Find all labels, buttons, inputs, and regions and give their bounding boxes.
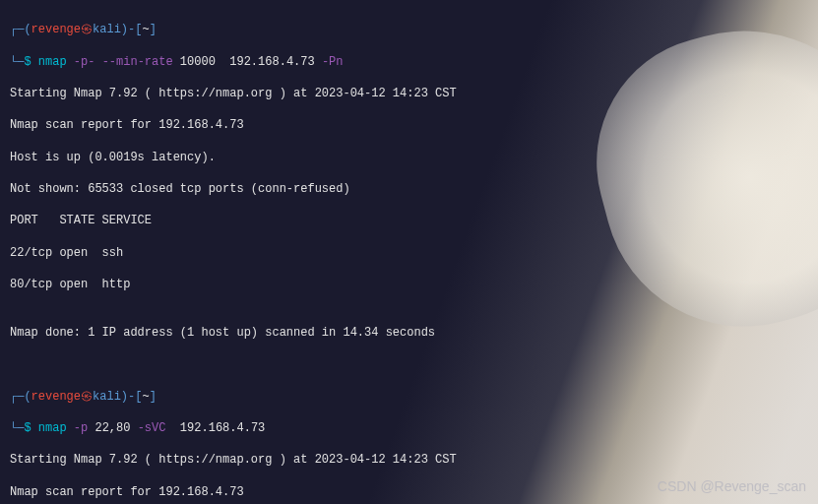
- prompt-prefix: └─: [10, 54, 24, 70]
- prompt-user: revenge: [31, 22, 81, 37]
- flag-pn: -Pn: [315, 54, 344, 70]
- prompt-close: )-[: [121, 389, 143, 405]
- cmd-nmap: nmap: [38, 420, 67, 436]
- output-port: 80/tcp open http: [10, 277, 808, 292]
- prompt-bracket: ┌─(: [10, 389, 31, 405]
- prompt-close: )-[: [121, 22, 143, 37]
- output-done: Nmap done: 1 IP address (1 host up) scan…: [10, 325, 808, 341]
- arg-rate-target: 10000 192.168.4.73: [173, 54, 315, 70]
- prompt-dollar: $: [24, 54, 37, 70]
- arg-target: 192.168.4.73: [165, 420, 265, 436]
- command-line-1[interactable]: └─$ nmap -p- --min-rate 10000 192.168.4.…: [10, 54, 808, 70]
- output-line: Host is up (0.0019s latency).: [10, 150, 808, 165]
- arg-ports: 22,80: [88, 420, 130, 436]
- prompt-end: ]: [150, 389, 157, 405]
- prompt-end: ]: [150, 22, 157, 37]
- command-line-2[interactable]: └─$ nmap -p 22,80 -sVC 192.168.4.73: [10, 420, 808, 436]
- output-line: Starting Nmap 7.92 ( https://nmap.org ) …: [10, 86, 808, 101]
- terminal-output: ┌─(revenge㉿kali)-[~] └─$ nmap -p- --min-…: [0, 0, 818, 504]
- flag-minrate: --min-rate: [94, 54, 172, 70]
- prompt-user: revenge: [31, 389, 81, 405]
- prompt-host: kali: [93, 389, 121, 405]
- cmd-nmap: nmap: [38, 54, 67, 70]
- prompt-path: ~: [142, 22, 149, 37]
- output-blank: [10, 356, 808, 372]
- prompt-line-2: ┌─(revenge㉿kali)-[~]: [10, 389, 808, 405]
- prompt-dollar: $: [24, 420, 37, 436]
- prompt-at: ㉿: [81, 389, 93, 405]
- watermark-text: CSDN @Revenge_scan: [658, 477, 806, 496]
- prompt-at: ㉿: [81, 22, 93, 37]
- prompt-line-1: ┌─(revenge㉿kali)-[~]: [10, 22, 808, 37]
- prompt-prefix: └─: [10, 420, 24, 436]
- flag-svc: -sVC: [130, 420, 165, 436]
- prompt-host: kali: [93, 22, 121, 37]
- flag-p: -p-: [67, 54, 95, 70]
- prompt-bracket: ┌─(: [10, 22, 31, 37]
- prompt-path: ~: [142, 389, 149, 405]
- output-line: Starting Nmap 7.92 ( https://nmap.org ) …: [10, 452, 808, 468]
- output-port: 22/tcp open ssh: [10, 245, 808, 261]
- output-header: PORT STATE SERVICE: [10, 213, 808, 228]
- output-line: Not shown: 65533 closed tcp ports (conn-…: [10, 181, 808, 197]
- output-line: Nmap scan report for 192.168.4.73: [10, 117, 808, 133]
- flag-p2: -p: [67, 420, 89, 436]
